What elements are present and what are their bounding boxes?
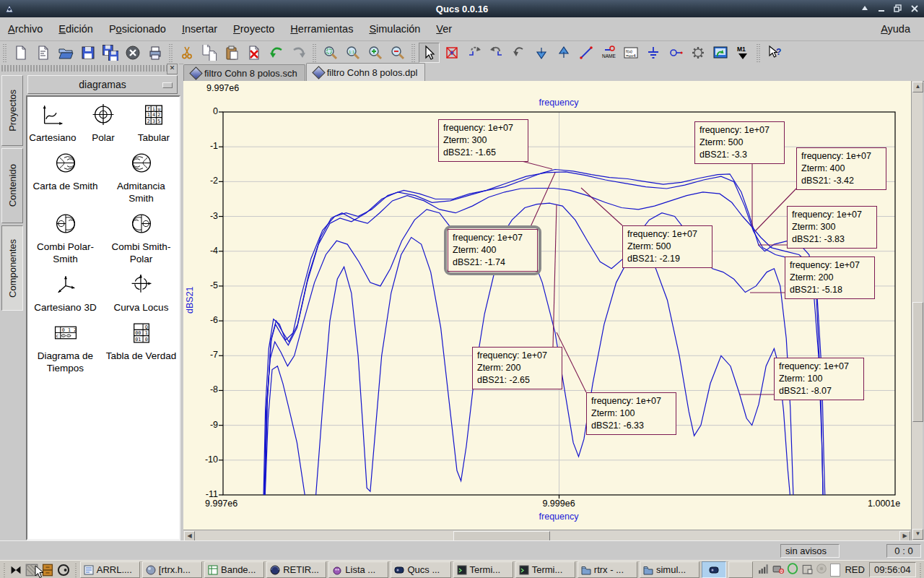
taskbar-window-button[interactable]: Lista ... [328,561,388,578]
marker-box[interactable]: frequency: 1e+07Zterm: 200dBS21: -2.65 [472,347,562,389]
diagram-item-smith-adm[interactable]: Admitancia Smith [103,151,179,204]
rotate-left-button[interactable] [463,43,484,63]
wire-button[interactable] [575,43,596,63]
cut-button[interactable] [176,43,197,63]
shade-button[interactable] [858,2,871,14]
taskbar-empty-button[interactable] [728,561,753,578]
close-button[interactable] [122,43,143,63]
close-button[interactable] [907,2,921,14]
taskbar-window-button[interactable]: Termi... [453,561,513,578]
marker-box[interactable]: frequency: 1e+07Zterm: 400dBS21: -1.74 [448,229,538,272]
disc-gray-icon[interactable] [816,563,827,577]
zoom-1-1-button[interactable]: 1:1 [342,43,363,63]
taskbar-window-button[interactable]: [rtrx.h... [142,561,202,578]
taskbar-window-button[interactable]: Qucs ... [391,561,450,578]
diagram-item-timing-diagram[interactable]: 0 1 2cDiagrama de Tiempos [27,321,103,374]
diagram-item-cartesian-3d[interactable]: Cartesiano 3D [27,272,103,314]
equation-button[interactable]: f(u)=u+4 [620,43,641,63]
help-pointer-button[interactable]: ? [764,43,785,63]
document-tab[interactable]: filtro Cohn 8 polos.sch [183,64,305,81]
save-all-button[interactable] [100,43,121,63]
sidebar-tab-proyectos[interactable]: Proyectos [1,75,23,146]
ground-button[interactable] [642,43,663,63]
paste-button[interactable] [221,43,242,63]
diagram-item-polar[interactable]: Polar [78,103,128,144]
diagram-item-smith[interactable]: Carta de Smith [27,151,103,204]
menu-item-insertar[interactable]: Insertar [174,20,225,38]
tray-white-swatch[interactable] [830,564,841,577]
copy-button[interactable] [199,43,219,63]
open-button[interactable] [55,43,76,63]
print-button[interactable] [144,43,165,63]
menu-item-herramientas[interactable]: Herramientas [282,20,361,38]
marker-box[interactable]: frequency: 1e+07Zterm: 500dBS21: -3.3 [694,121,785,164]
undo-button[interactable] [266,43,287,63]
dock-drag-handle[interactable] [1,65,167,72]
taskbar-window-button[interactable]: RETIR... [266,561,326,578]
marker-box[interactable]: frequency: 1e+07Zterm: 300dBS21: -1.65 [438,119,528,162]
vertical-scroll-thumb[interactable] [912,302,923,422]
horizontal-scrollbar[interactable]: ◀ ▶ [183,530,911,541]
signal-bars-icon[interactable] [758,563,770,577]
maximize-button[interactable] [891,2,905,14]
taskbar-window-button[interactable]: Termi... [515,561,575,578]
dock-close-icon[interactable]: ✕ [167,64,178,74]
deactivate-button[interactable] [441,43,462,63]
vertical-scrollbar[interactable]: ▲ ▼ [911,81,923,540]
package-icon[interactable] [801,563,813,577]
menu-item-ver[interactable]: Ver [428,20,460,38]
save-button[interactable] [77,43,98,63]
taskbar-handle[interactable] [918,563,922,577]
toolbar-group-handle[interactable] [411,43,416,62]
zoom-out-button[interactable] [387,43,408,63]
select-button[interactable] [419,43,440,63]
diagram-item-cartesian[interactable]: Cartesiano [27,103,78,144]
marker-box[interactable]: frequency: 1e+07Zterm: 100dBS21: -8.07 [774,358,864,400]
green-oval-icon[interactable] [787,563,798,577]
marker-box[interactable]: frequency: 1e+07Zterm: 400dBS21: -3.42 [796,147,886,190]
marker-box[interactable]: frequency: 1e+07Zterm: 100dBS21: -6.33 [586,392,676,435]
view-data-display-button[interactable] [710,43,731,63]
taskbar-handle[interactable] [2,563,6,577]
wire-label-button[interactable]: NAME [598,43,619,63]
sidebar-tab-contenido[interactable]: Contenido [1,148,23,223]
diagram-item-tabular[interactable]: fiu142235Tabular [128,103,179,144]
menu-item-simulación[interactable]: Simulación [361,20,428,38]
menu-item-proyecto[interactable]: Proyecto [225,20,282,38]
marker-box[interactable]: frequency: 1e+07Zterm: 500dBS21: -2.19 [622,225,712,268]
port-button[interactable] [665,43,686,63]
schematic-canvas[interactable]: 9.997e6 frequency dBS21 0-1-2-3-4-5-6-7-… [183,81,911,530]
zoom-fit-button[interactable] [320,43,341,63]
zoom-in-button[interactable] [365,43,385,63]
taskbar-window-button[interactable]: rtrx - ... [578,561,637,578]
minimize-button[interactable] [874,2,888,14]
sidebar-tab-componentes[interactable]: Componentes [1,225,23,311]
rotate-button[interactable] [508,43,529,63]
mirror-horizontal-button[interactable] [553,43,574,63]
taskbar-window-button[interactable]: simul... [640,561,699,578]
menu-item-ayuda[interactable]: Ayuda [873,20,918,38]
scroll-up-icon[interactable]: ▲ [912,82,923,92]
mirror-vertical-button[interactable] [531,43,552,63]
simulate-button[interactable] [687,43,708,63]
diagram-list[interactable]: CartesianoPolarfiu142235TabularCarta de … [26,95,180,540]
delete-button[interactable] [243,43,264,63]
taskbar-window-button[interactable]: ARRL.... [80,561,140,578]
menu-item-archivo[interactable]: Archivo [0,20,51,38]
toolbar-group-handle[interactable] [2,43,7,62]
modem-disconnect-icon[interactable] [772,563,784,577]
launcher-xeyes-icon[interactable] [56,562,71,578]
selected-marker-box[interactable]: frequency: 1e+07Zterm: 400dBS21: -1.74 [444,225,541,275]
document-tab[interactable]: filtro Cohn 8 polos.dpl [306,63,426,81]
scroll-down-icon[interactable]: ▼ [912,529,923,540]
marker-box[interactable]: frequency: 1e+07Zterm: 200dBS21: -5.18 [785,256,875,299]
taskbar-active-window-button[interactable] [702,561,726,578]
diagram-item-combi-sp[interactable]: Combi Smith-Polar [103,212,179,265]
diagram-item-truth-table[interactable]: Q001010Tabla de Verdad [103,321,179,374]
launcher-xkill-icon[interactable] [8,562,24,578]
new-text-button[interactable] [32,43,53,63]
taskbar-handle[interactable] [74,563,77,577]
new-button[interactable] [10,43,31,63]
diagram-item-curve-locus[interactable]: Curva Locus [103,272,179,314]
menu-item-posicionado[interactable]: Posicionado [101,20,174,38]
